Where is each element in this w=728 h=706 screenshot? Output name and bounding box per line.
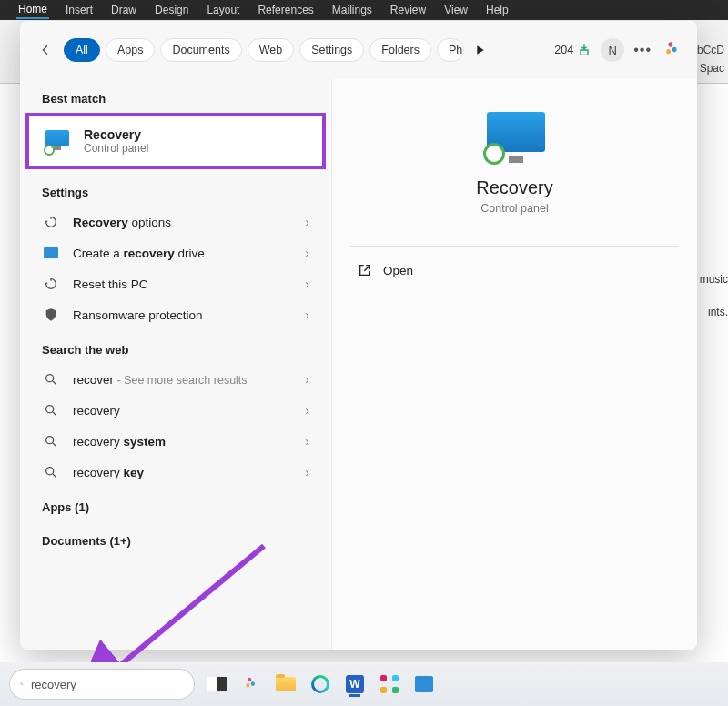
ribbon-tab-insert[interactable]: Insert	[64, 2, 95, 18]
open-label: Open	[383, 264, 413, 277]
section-best-match: Best match	[20, 79, 331, 113]
svg-point-5	[21, 683, 23, 685]
filter-photos[interactable]: Ph	[437, 38, 464, 62]
flyout-header: All Apps Documents Web Settings Folders …	[20, 21, 697, 79]
taskbar-task-view[interactable]	[204, 671, 229, 697]
search-icon	[20, 677, 24, 691]
row-text: recover - See more search results	[73, 373, 292, 387]
chevron-right-icon: ›	[305, 308, 309, 322]
best-match-sub: Control panel	[84, 142, 148, 155]
chevron-right-icon: ›	[305, 372, 309, 387]
search-flyout: All Apps Documents Web Settings Folders …	[20, 21, 697, 650]
chevron-right-icon: ›	[305, 277, 309, 291]
best-match-recovery[interactable]: Recovery Control panel	[25, 113, 326, 169]
chevron-right-icon: ›	[305, 403, 309, 418]
taskbar-search-input[interactable]	[31, 678, 184, 691]
back-button[interactable]	[33, 37, 58, 63]
section-search-web: Search the web	[20, 330, 331, 364]
search-icon	[42, 434, 60, 449]
ribbon-tab-layout[interactable]: Layout	[205, 2, 241, 18]
ribbon-tab-review[interactable]: Review	[389, 2, 428, 18]
settings-recovery-options[interactable]: Recovery options ›	[20, 207, 331, 237]
results-column: Best match Recovery Control panel Settin…	[20, 79, 331, 650]
chevron-right-icon: ›	[305, 246, 309, 260]
scroll-filters-button[interactable]	[471, 43, 488, 57]
settings-ransomware-protection[interactable]: Ransomware protection ›	[20, 299, 331, 330]
rewards-icon	[577, 43, 592, 57]
row-text: recovery	[73, 404, 292, 418]
row-text: Recovery options	[73, 216, 292, 229]
svg-point-2	[46, 437, 54, 444]
preview-title: Recovery	[332, 177, 697, 198]
best-match-title: Recovery	[84, 127, 148, 142]
shield-icon	[42, 308, 60, 322]
chevron-right-icon: ›	[305, 434, 309, 449]
web-recover[interactable]: recover - See more search results ›	[20, 364, 331, 395]
copilot-icon[interactable]	[661, 38, 684, 62]
filter-pills: All Apps Documents Web Settings Folders …	[64, 38, 464, 62]
more-button[interactable]: •••	[633, 42, 652, 58]
rewards-count: 204	[554, 44, 573, 56]
preview-icon	[483, 112, 547, 163]
user-avatar[interactable]: N	[601, 38, 624, 62]
play-icon	[472, 43, 487, 57]
search-icon	[42, 465, 60, 479]
arrow-left-icon	[38, 43, 53, 57]
row-text: recovery key	[73, 466, 292, 479]
svg-point-0	[46, 375, 54, 382]
row-text: Reset this PC	[73, 277, 292, 291]
taskbar-copilot[interactable]	[238, 671, 264, 697]
svg-point-1	[46, 406, 54, 413]
doc-snippet-2: ints.	[708, 306, 728, 318]
section-apps[interactable]: Apps (1)	[20, 488, 331, 521]
taskbar-app[interactable]	[411, 671, 437, 697]
monitor-icon	[42, 247, 60, 258]
taskbar-edge[interactable]	[308, 671, 333, 697]
preview-open[interactable]: Open	[332, 247, 697, 294]
row-text: Ransomware protection	[73, 308, 292, 322]
recovery-cp-icon	[46, 130, 71, 152]
taskbar-file-explorer[interactable]	[273, 671, 298, 697]
section-documents[interactable]: Documents (1+)	[20, 521, 331, 555]
filter-settings[interactable]: Settings	[299, 38, 364, 62]
filter-documents[interactable]: Documents	[160, 38, 241, 62]
row-text: recovery system	[73, 435, 292, 449]
copilot-icon	[241, 674, 261, 694]
open-icon	[358, 263, 372, 277]
ribbon-tab-mailings[interactable]: Mailings	[330, 2, 374, 18]
settings-reset-this-pc[interactable]: Reset this PC ›	[20, 268, 331, 299]
ribbon-tab-references[interactable]: References	[256, 2, 315, 18]
clock-arrow-icon	[42, 277, 60, 291]
web-recovery-key[interactable]: recovery key ›	[20, 457, 331, 488]
filter-folders[interactable]: Folders	[369, 38, 431, 62]
taskbar-slack[interactable]	[377, 671, 402, 697]
filter-all[interactable]: All	[64, 38, 100, 62]
svg-point-3	[46, 468, 54, 475]
filter-web[interactable]: Web	[248, 38, 294, 62]
filter-apps[interactable]: Apps	[106, 38, 156, 62]
word-ribbon: Home Insert Draw Design Layout Reference…	[0, 0, 728, 20]
taskbar-search[interactable]	[9, 669, 195, 700]
ribbon-tab-home[interactable]: Home	[16, 1, 49, 19]
ribbon-tab-design[interactable]: Design	[153, 2, 190, 18]
preview-sub: Control panel	[332, 202, 697, 215]
chevron-right-icon: ›	[305, 465, 309, 479]
row-text: Create a recovery drive	[73, 247, 292, 260]
taskbar-word[interactable]: W	[342, 671, 368, 697]
ribbon-tab-help[interactable]: Help	[484, 2, 511, 18]
ribbon-tab-draw[interactable]: Draw	[109, 2, 138, 18]
web-recovery[interactable]: recovery ›	[20, 395, 331, 426]
web-recovery-system[interactable]: recovery system ›	[20, 426, 331, 457]
chevron-right-icon: ›	[305, 215, 309, 229]
taskbar: W	[0, 662, 728, 706]
clock-arrow-icon	[42, 215, 60, 229]
preview-column: Recovery Control panel Open	[331, 79, 697, 650]
search-icon	[42, 372, 60, 387]
search-icon	[42, 403, 60, 418]
section-settings: Settings	[20, 173, 331, 207]
ribbon-tab-view[interactable]: View	[442, 2, 470, 18]
rewards-points[interactable]: 204	[554, 43, 592, 57]
settings-create-recovery-drive[interactable]: Create a recovery drive ›	[20, 237, 331, 268]
